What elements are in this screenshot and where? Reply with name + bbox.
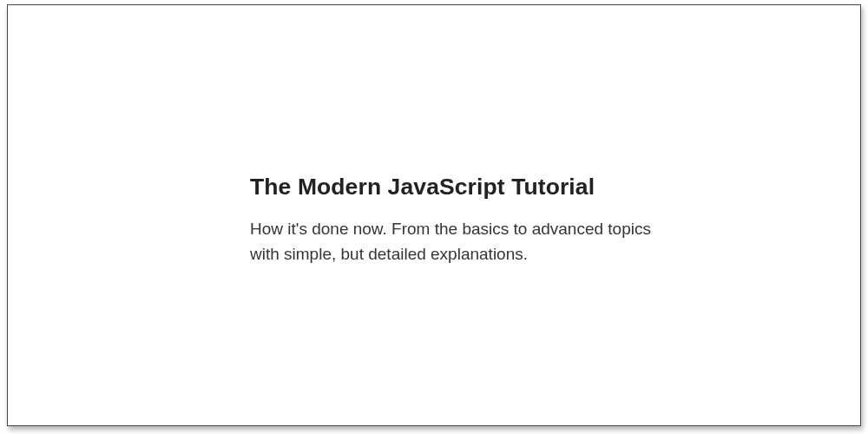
hero-content: The Modern JavaScript Tutorial How it's … <box>250 174 667 267</box>
content-card: The Modern JavaScript Tutorial How it's … <box>7 4 861 426</box>
page-title: The Modern JavaScript Tutorial <box>250 174 667 201</box>
page-subtitle: How it's done now. From the basics to ad… <box>250 216 667 267</box>
